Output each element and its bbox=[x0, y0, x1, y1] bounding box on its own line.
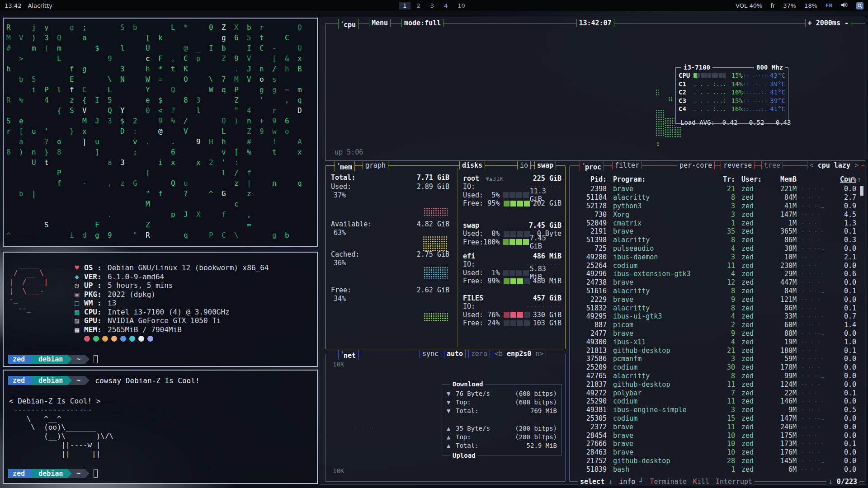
proc-row[interactable]: 725 pulseaudio 4 zed 38M · · ··… 0.0 bbox=[572, 244, 862, 253]
tab-swap[interactable]: swap bbox=[534, 161, 556, 169]
uptime-label: up 5:06 bbox=[335, 148, 363, 156]
workspace-button[interactable]: 3 bbox=[426, 2, 438, 9]
proc-row[interactable]: 2477 brave 9 zed 88M · · ··… 0.0 bbox=[572, 329, 862, 338]
refresh-interval-control[interactable]: + 2000ms - bbox=[805, 19, 851, 27]
col-program[interactable]: Program: bbox=[607, 175, 715, 183]
cowsay-terminal-window[interactable]: zed debian ~ cowsay Debian-Z Is Cool! __… bbox=[3, 370, 318, 484]
proc-threads: 8 bbox=[715, 372, 735, 380]
mode-toggle[interactable]: mode:full bbox=[401, 19, 443, 27]
proc-percore-toggle[interactable]: per-core bbox=[677, 161, 715, 169]
keyboard-layout[interactable]: FR bbox=[826, 3, 833, 9]
proc-row[interactable]: 2191 brave 35 zed 365M · · · · 0.1 bbox=[572, 227, 862, 236]
terminate-button[interactable]: Terminate bbox=[650, 478, 686, 486]
proc-row[interactable]: 49300 ibus-x11 4 zed 19M ·· · · 1.0 bbox=[572, 338, 862, 346]
tab-io[interactable]: io bbox=[517, 161, 531, 169]
info-hint[interactable]: info ┘ bbox=[619, 478, 643, 486]
proc-row[interactable]: 25209 codium 30 zed 178M · ·· · 0.0 bbox=[572, 363, 862, 372]
proc-user: zed bbox=[735, 423, 770, 431]
proc-row[interactable]: 21813 github-desktop 21 zed 180M · · · 0… bbox=[572, 346, 862, 355]
proc-row[interactable]: 25305 codium 15 zed 147M · · ··… 0.0 bbox=[572, 414, 862, 423]
proc-row[interactable]: 49295 ibus-ui-gtk3 4 zed 33M · · · · 0.7 bbox=[572, 312, 862, 321]
workspace-button[interactable]: 10 bbox=[453, 2, 469, 9]
proc-mem: 230M bbox=[770, 262, 797, 270]
core-label: C2 bbox=[679, 89, 693, 96]
proc-row[interactable]: 2372 brave 11 zed 246M ·· · · 0.0 bbox=[572, 422, 862, 431]
proc-row[interactable]: 49280 ibus-daemon 3 zed 10M ·· · · 2.1 bbox=[572, 253, 862, 261]
proc-cpu: 0.1 bbox=[835, 287, 856, 295]
proc-row[interactable]: 28454 brave 10 zed 175M · · · 0.0 bbox=[572, 431, 862, 440]
fetch-label: GPU: bbox=[84, 316, 108, 325]
proc-row[interactable]: 51839 bash 1 zed 6M ·· · · 0.0 bbox=[572, 465, 862, 474]
prompt-user: zed bbox=[8, 469, 29, 478]
cmatrix-terminal-window[interactable]: R jy q; Sb L* 0ZXbr OMV)3Q a [k g65t C #… bbox=[3, 18, 318, 247]
proc-pid: 725 bbox=[572, 244, 607, 253]
proc-tree-toggle[interactable]: tree bbox=[761, 161, 783, 169]
col-pid[interactable]: Pid: bbox=[572, 175, 607, 183]
proc-row[interactable]: 51616 alacritty 8 zed 84M · · ··… 0.1 bbox=[572, 287, 862, 296]
net-stat-value: 769 MiB bbox=[530, 407, 557, 414]
col-threads[interactable]: Tr: bbox=[715, 175, 735, 183]
proc-scrollbar-thumb[interactable] bbox=[860, 186, 863, 196]
col-user[interactable]: User: bbox=[735, 175, 770, 183]
tab-net[interactable]: ³net bbox=[338, 350, 359, 360]
proc-row[interactable]: 52178 python3 3 zed 41M · · ··… 0.9 bbox=[572, 202, 862, 211]
proc-reverse-toggle[interactable]: reverse bbox=[721, 161, 755, 169]
terminal-cursor[interactable] bbox=[94, 469, 98, 478]
menu-button[interactable]: Menu bbox=[369, 19, 391, 27]
proc-row[interactable]: 21837 github-desktop 11 zed 124M ·· · · … bbox=[572, 380, 862, 389]
speaker-icon[interactable] bbox=[841, 2, 848, 9]
proc-user: zed bbox=[735, 465, 770, 474]
proc-threads: 7 bbox=[715, 389, 735, 397]
proc-row[interactable]: 37586 pcmanfm 3 zed 59M · · · · 0.0 bbox=[572, 355, 862, 363]
terminal-cursor[interactable] bbox=[94, 355, 98, 363]
proc-sort-selector[interactable]: < cpu lazy > bbox=[807, 161, 861, 169]
tray-app-icon[interactable] bbox=[856, 2, 863, 9]
proc-filter-button[interactable]: filter bbox=[612, 161, 642, 169]
proc-row[interactable]: 21752 github-desktop 28 zed 145M · · ··…… bbox=[572, 457, 862, 465]
volume-indicator[interactable]: VOL 40% bbox=[736, 2, 762, 9]
proc-row[interactable]: 49272 polybar 7 zed 22M · · · 0.1 bbox=[572, 389, 862, 397]
net-interface-switcher[interactable]: <b enp2s0 n> bbox=[492, 350, 546, 358]
tab-mem[interactable]: ²mem bbox=[335, 161, 355, 171]
col-cpu[interactable]: Cpu% bbox=[835, 175, 856, 183]
net-zero-toggle[interactable]: zero bbox=[468, 350, 490, 358]
tab-cpu[interactable]: ¹cpu bbox=[338, 19, 359, 29]
fetch-value: 6.1.0-9-amd64 bbox=[108, 272, 164, 281]
proc-row[interactable]: 2229 brave 9 zed 121M ·· · · 0.0 bbox=[572, 295, 862, 304]
proc-row[interactable]: 2398 brave 21 zed 221M · · · · 0.0 bbox=[572, 185, 862, 193]
proc-row[interactable]: 49381 ibus-engine-simple 3 zed 9M · ·· ·… bbox=[572, 406, 862, 414]
tab-graph[interactable]: graph bbox=[363, 161, 388, 169]
proc-mem: 10M bbox=[770, 253, 797, 261]
proc-row[interactable]: 27666 brave 10 zed 173M · · · · 0.1 bbox=[572, 440, 862, 448]
proc-row[interactable]: 51398 alacritty 8 zed 86M · ·· · 0.3 bbox=[572, 236, 862, 244]
proc-row[interactable]: 25264 codium 11 zed 230M · · · 0.0 bbox=[572, 261, 862, 270]
workspace-button[interactable]: 1 bbox=[399, 2, 410, 9]
net-sync-toggle[interactable]: sync bbox=[420, 350, 441, 358]
proc-row[interactable]: 51184 alacritty 8 zed 84M · ·· · 2.7 bbox=[572, 193, 862, 202]
up-arrow-icon: ▲ bbox=[447, 425, 456, 432]
powerline-arrow bbox=[85, 355, 90, 364]
proc-row[interactable]: 730 Xorg 3 zed 147M ·· · · 4.5 bbox=[572, 210, 862, 219]
col-mem[interactable]: MemB bbox=[770, 175, 797, 183]
proc-row[interactable]: 28463 brave 10 zed 176M · ·· · 0.0 bbox=[572, 448, 862, 457]
bpytop-terminal-window[interactable]: ¹cpu Menu mode:full 13:42:07 + 2000ms - … bbox=[320, 17, 866, 485]
proc-row[interactable]: 887 picom 2 zed 60M · ·· · 1.4 bbox=[572, 321, 862, 329]
kill-button[interactable]: Kill bbox=[693, 478, 709, 486]
workspace-button[interactable]: 2 bbox=[412, 2, 424, 9]
fetch-terminal-window[interactable]: _____ / __ \ | / | | \___- -_ --_ ♥ OS :… bbox=[3, 252, 318, 367]
proc-row[interactable]: 49296 ibus-extension-gtk3 4 zed 29M · · … bbox=[572, 270, 862, 278]
proc-pid: 52049 bbox=[572, 219, 607, 227]
interrupt-button[interactable]: Interrupt bbox=[716, 478, 752, 486]
proc-cpu-sparkline: · · ··… bbox=[797, 415, 835, 422]
proc-row[interactable]: 51832 alacritty 8 zed 86M · · · 0.1 bbox=[572, 304, 862, 312]
proc-row[interactable]: 52049 cmatrix 1 zed 1M · · · 1.3 bbox=[572, 219, 862, 227]
proc-row[interactable]: 24738 brave 12 zed 447M · ·· · 0.0 bbox=[572, 278, 862, 287]
select-hint[interactable]: select ↓ bbox=[580, 478, 613, 486]
workspace-button[interactable]: 4 bbox=[440, 2, 452, 9]
net-auto-toggle[interactable]: auto bbox=[444, 350, 466, 358]
tab-proc[interactable]: ⁴proc bbox=[580, 161, 604, 171]
download-label: Download bbox=[450, 380, 485, 388]
proc-row[interactable]: 25290 codium 11 zed 146M · · · · 0.0 bbox=[572, 397, 862, 406]
tab-disks[interactable]: disks bbox=[459, 161, 485, 169]
proc-row[interactable]: 42765 alacritty 8 zed 99M · · ··… 0.0 bbox=[572, 372, 862, 380]
